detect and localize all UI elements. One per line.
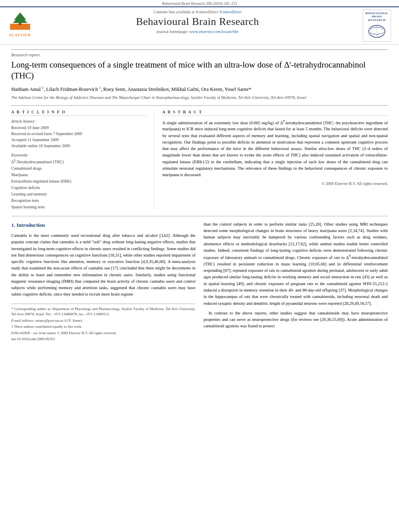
body-col-right: than the control subjects in order to pe…	[204, 221, 388, 343]
journal-title: Behavioural Brain Research	[36, 16, 359, 28]
article-history-label: Article history:	[11, 119, 146, 123]
two-col-info: A R T I C L E I N F O Article history: R…	[11, 105, 388, 210]
abstract-col: A B S T R A C T A single administration …	[154, 110, 388, 210]
journal-info-top: Behavioural Brain Research 206 (2010) 24…	[0, 0, 399, 7]
available-online-date: Available online 18 September 2009	[11, 143, 146, 149]
investigated-text: investigated	[11, 246, 32, 251]
article-info-col: A R T I C L E I N F O Article history: R…	[11, 110, 154, 210]
intro-heading: 1. Introduction	[11, 221, 195, 229]
body-col-left: 1. Introduction Cannabis is the most com…	[11, 221, 195, 343]
main-content: Research report Long-term consequences o…	[0, 45, 399, 348]
accepted-date: Accepted 11 September 2009	[11, 137, 146, 143]
keyword-8: Spatial learning tests	[11, 204, 146, 210]
svg-rect-3	[19, 23, 21, 25]
journal-header: ELSEVIER Contents lists available at Sci…	[0, 7, 399, 45]
intro-col2-p1: than the control subjects in order to pe…	[204, 221, 388, 307]
intro-col2-p2: In contrast to the above reports, other …	[204, 310, 388, 330]
keyword-2: Cannabinoid drugs	[11, 165, 146, 172]
contents-line: Contents lists available at ScienceDirec…	[36, 10, 359, 14]
footnote-1: 1 These authors contributed equally to t…	[11, 324, 195, 330]
journal-citation: Behavioural Brain Research 206 (2010) 24…	[162, 2, 237, 6]
article-title: Long-term consequences of a single treat…	[11, 60, 388, 82]
page-wrapper: Behavioural Brain Research 206 (2010) 24…	[0, 0, 399, 532]
article-type: Research report	[11, 49, 388, 57]
brain-icon	[367, 23, 387, 39]
article-info-heading: A R T I C L E I N F O	[11, 110, 146, 116]
sciencedirect-link[interactable]: ScienceDirect	[219, 10, 242, 14]
journal-url[interactable]: www.elsevier.com/locate/bbr	[189, 29, 238, 34]
received-date: Received 19 June 2009	[11, 125, 146, 131]
keyword-1: Δ9-Tetrahydrocannabinol (THC)	[11, 158, 146, 165]
body-two-col: 1. Introduction Cannabis is the most com…	[11, 221, 388, 343]
abstract-text: A single administration of an extremely …	[162, 119, 388, 179]
received-revised-date: Received in revised form 7 September 200…	[11, 131, 146, 137]
body-divider	[11, 216, 388, 216]
keywords-label: Keywords:	[11, 153, 146, 157]
elsevier-logo: ELSEVIER	[8, 10, 32, 37]
keyword-3: Marijuana	[11, 172, 146, 178]
footnote-email: E-mail address: sarney@post.tau.ac.il (Y…	[11, 318, 195, 324]
email-link[interactable]: sarney@post.tau.ac.il	[35, 318, 67, 322]
copyright-line: © 2009 Elsevier B.V. All rights reserved…	[162, 181, 388, 186]
keywords-section: Keywords: Δ9-Tetrahydrocannabinol (THC) …	[11, 153, 146, 210]
issn-line: 0166-4328/$ – see front matter © 2009 El…	[11, 331, 195, 336]
keyword-7: Recognition tests	[11, 197, 146, 204]
elsevier-tree-icon	[8, 12, 32, 32]
journal-header-center: Contents lists available at ScienceDirec…	[32, 10, 363, 34]
footnote-star: * Corresponding author at: Department of…	[11, 306, 195, 317]
affiliation: The Adelson Center for the Biology of Ad…	[11, 95, 388, 101]
authors: Haitham Amal 1, Lilach Fridman-Rozevich …	[11, 86, 388, 93]
footnotes: * Corresponding author at: Department of…	[11, 304, 195, 342]
journal-homepage: journal homepage: www.elsevier.com/locat…	[36, 29, 359, 34]
keyword-6: Learning and memory	[11, 191, 146, 197]
keyword-5: Cognitive deficits	[11, 185, 146, 191]
keyword-4: Extracellular-regulated kinase (ERK)	[11, 178, 146, 185]
elsevier-label: ELSEVIER	[9, 33, 31, 37]
abstract-heading: A B S T R A C T	[162, 110, 388, 116]
bbr-logo-title: BEHAVIOURAL BRAIN RESEARCH	[364, 12, 390, 22]
bbr-logo-box: BEHAVIOURAL BRAIN RESEARCH	[363, 10, 391, 42]
intro-p1: Cannabis is the most commonly used recre…	[11, 232, 195, 298]
doi-line: doi:10.1016/j.bbr.2009.09.021	[11, 337, 195, 342]
